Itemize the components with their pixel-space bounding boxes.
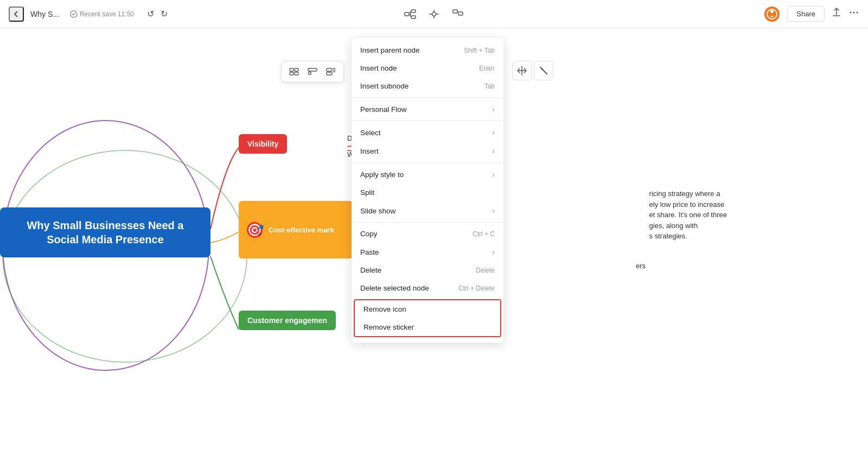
svg-rect-5 [453,10,457,13]
menu-delete[interactable]: Delete Delete [352,261,503,279]
ers-text: ers [636,262,646,270]
float-icon-1[interactable] [286,64,302,80]
menu-personal-flow[interactable]: Personal Flow › [352,100,503,118]
svg-rect-19 [308,68,317,71]
svg-point-4 [432,12,436,16]
menu-remove-icon[interactable]: Remove icon [355,300,500,318]
svg-point-11 [853,12,855,14]
save-status: Recent save 11:50 [70,10,134,18]
target-icon: 🎯 [245,221,264,239]
float-icon-2[interactable] [304,64,321,80]
app-logo [763,5,781,23]
canvas[interactable]: Why Small Businesses Need a Social Media… [0,28,868,467]
svg-rect-3 [411,16,416,18]
menu-apply-style[interactable]: Apply style to › [352,165,503,184]
svg-point-10 [850,12,852,14]
more-button[interactable] [848,7,859,21]
menu-divider-4 [352,222,503,223]
float-icon-3[interactable] [323,64,339,80]
svg-point-9 [770,10,774,13]
svg-rect-21 [327,68,332,71]
float-toolbar [281,61,344,83]
move-action-button[interactable] [512,61,532,80]
tool-button-2[interactable] [424,4,444,24]
svg-rect-1 [405,12,409,16]
svg-point-12 [857,12,858,14]
menu-divider-1 [352,97,503,98]
visibility-node[interactable]: Visibility [239,134,287,154]
menu-split[interactable]: Split [352,184,503,201]
document-title: Why S... [30,10,59,18]
undo-button[interactable]: ↺ [145,7,156,21]
menu-slide-show[interactable]: Slide show › [352,201,503,220]
menu-insert-parent[interactable]: Insert parent node Shift + Tab [352,41,503,59]
pricing-text: ricing strategy where a ely low price to… [649,188,727,242]
menu-insert-node[interactable]: Insert node Enter [352,59,503,77]
svg-rect-18 [295,72,298,75]
menu-insert[interactable]: Insert › [352,142,503,160]
cost-node[interactable]: 🎯 Cost-effective mark [239,201,353,258]
menu-highlighted-section: Remove icon Remove sticker [354,299,501,337]
no-action-button[interactable] [534,61,553,80]
svg-rect-22 [327,72,332,75]
menu-paste[interactable]: Paste › [352,243,503,261]
svg-rect-6 [458,12,463,15]
svg-rect-15 [290,68,293,71]
redo-button[interactable]: ↻ [158,7,170,21]
svg-rect-16 [295,68,298,71]
menu-divider-3 [352,162,503,163]
context-menu: Insert parent node Shift + Tab Insert no… [352,38,503,343]
main-node[interactable]: Why Small Businesses Need a Social Media… [0,207,210,257]
svg-point-20 [309,72,311,75]
menu-insert-subnode[interactable]: Insert subnode Tab [352,77,503,95]
customer-node[interactable]: Customer engagemen [239,311,336,330]
back-button[interactable] [9,7,24,22]
menu-select[interactable]: Select › [352,123,503,142]
tool-button-3[interactable] [448,4,468,24]
menu-divider-2 [352,121,503,121]
canvas-actions [512,61,553,80]
upload-button[interactable] [831,7,842,21]
svg-rect-2 [411,10,416,12]
menu-delete-selected-node[interactable]: Delete selected node Ctrl + Delete [352,279,503,297]
tool-button-1[interactable] [400,4,420,24]
menu-copy[interactable]: Copy Ctrl + C [352,225,503,243]
svg-rect-17 [290,72,293,75]
toolbar: Why S... Recent save 11:50 ↺ ↻ Share [0,0,868,28]
menu-remove-sticker[interactable]: Remove sticker [355,318,500,336]
share-button[interactable]: Share [787,6,825,22]
